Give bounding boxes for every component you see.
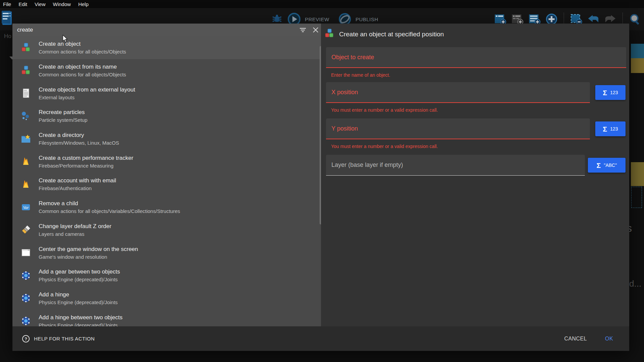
action-subtitle: Common actions for all objects/Variables… — [39, 208, 180, 214]
scene-selection-fragment — [631, 187, 642, 208]
physics-joint-icon — [21, 293, 31, 303]
expression-type-label: 123 — [610, 126, 618, 132]
publish-label[interactable]: PUBLISH — [356, 16, 378, 22]
action-title: Change layer default Z order — [39, 223, 111, 229]
field-layer-base-layer-if-empty[interactable]: Layer (base layer if empty) — [326, 155, 585, 176]
firebase-flame-icon — [21, 156, 31, 167]
action-title: Add a gear between two objects — [39, 268, 120, 275]
action-title: Create an object from its name — [39, 64, 126, 70]
action-title: Remove a child — [39, 200, 180, 207]
scene-text-fragment: d... — [629, 279, 641, 289]
action-title: Create account with with email — [39, 177, 116, 184]
action-list-panel: create Create an objectCommon actions fo… — [12, 24, 321, 326]
action-list-item[interactable]: Create an objectCommon actions for all o… — [12, 36, 321, 59]
menu-item-edit[interactable]: Edit — [18, 1, 27, 7]
particles-icon — [21, 111, 31, 121]
help-icon: ? — [22, 335, 30, 343]
folder-star-icon — [21, 134, 31, 144]
cancel-button[interactable]: CANCEL — [562, 335, 589, 342]
expression-builder-button[interactable]: Σ123 — [595, 85, 626, 100]
project-manager-icon[interactable] — [2, 11, 13, 26]
field-label: Y position — [331, 125, 358, 132]
action-subtitle: External layouts — [39, 95, 135, 100]
action-list-item[interactable]: Create an object from its nameCommon act… — [12, 59, 321, 82]
objects-cubes-icon — [21, 66, 31, 76]
action-title: Add a hinge — [39, 291, 118, 298]
field-object-to-create[interactable]: Object to create — [326, 47, 626, 68]
field-label: Layer (base layer if empty) — [331, 161, 403, 169]
action-title: Recreate particles — [39, 109, 87, 115]
menu-item-file[interactable]: File — [3, 1, 11, 7]
menu-bar: FileEditViewWindowHelp — [0, 0, 644, 8]
expression-builder-button[interactable]: Σ123 — [595, 121, 626, 136]
preview-label[interactable]: PREVIEW — [305, 16, 329, 22]
scene-object-fragment — [631, 44, 644, 58]
action-title: Center the game window on the screen — [39, 246, 138, 252]
menu-item-view[interactable]: View — [35, 1, 45, 7]
objects-cubes-icon — [324, 29, 334, 40]
action-list-item[interactable]: Add a hingePhysics Engine (deprecated)/J… — [12, 287, 321, 310]
expression-type-label: "ABC" — [604, 162, 617, 168]
action-subtitle: Firebase/Authentication — [39, 185, 116, 191]
home-tab-label[interactable]: Ho — [4, 33, 11, 40]
z-order-icon — [21, 225, 31, 235]
physics-joint-icon — [21, 270, 31, 281]
objects-cubes-icon — [21, 43, 31, 53]
field-x-position[interactable]: X position — [326, 82, 590, 103]
action-detail-panel: Create an object at specified position O… — [321, 24, 629, 326]
action-title: Add a hinge between two objects — [39, 314, 123, 321]
action-list-item[interactable]: Create a directoryFilesystem/Windows, Li… — [12, 128, 321, 150]
expression-builder-button[interactable]: Σ"ABC" — [588, 158, 626, 173]
app-window: FileEditViewWindowHelp — [0, 0, 644, 362]
action-subtitle: Physics Engine (deprecated)/Joints — [39, 277, 120, 282]
action-subtitle: Physics Engine (deprecated)/Joints — [39, 299, 118, 305]
action-list-item[interactable]: Recreate particlesParticle system/Setup — [12, 105, 321, 128]
svg-text:?: ? — [25, 336, 27, 341]
action-list-item[interactable]: Create objects from an external layoutEx… — [12, 82, 321, 105]
search-bar: create — [12, 24, 321, 36]
action-list-item[interactable]: Add a hinge between two objectsPhysics E… — [12, 310, 321, 326]
action-list-item[interactable]: Change layer default Z orderLayers and c… — [12, 219, 321, 242]
action-subtitle: Filesystem/Windows, Linux, MacOS — [39, 140, 119, 146]
action-list-item[interactable]: Create account with with emailFirebase/A… — [12, 173, 321, 196]
action-subtitle: Game's window and resolution — [39, 254, 138, 260]
action-list-item[interactable]: VarRemove a childCommon actions for all … — [12, 196, 321, 219]
field-label: Object to create — [331, 54, 374, 61]
menu-item-window[interactable]: Window — [53, 1, 71, 7]
sigma-icon: Σ — [603, 125, 607, 133]
field-helper-text: You must enter a number or a valid expre… — [331, 144, 438, 149]
action-subtitle: Particle system/Setup — [39, 117, 87, 123]
variable-icon: Var — [21, 202, 31, 212]
debug-icon[interactable] — [271, 13, 283, 25]
action-list-item[interactable]: Add a gear between two objectsPhysics En… — [12, 264, 321, 287]
help-button[interactable]: ? HELP FOR THIS ACTION — [22, 335, 95, 343]
field-y-position[interactable]: Y position — [326, 118, 590, 139]
scene-object-fragment — [631, 162, 644, 186]
menu-item-help[interactable]: Help — [78, 1, 89, 7]
game-window-icon — [21, 248, 31, 258]
firebase-flame-icon — [21, 179, 31, 189]
action-title: Create an object — [39, 41, 126, 47]
sigma-icon: Σ — [597, 162, 601, 169]
action-subtitle: Common actions for all objects/Objects — [39, 72, 126, 77]
instruction-editor-dialog: create Create an objectCommon actions fo… — [12, 24, 629, 351]
action-subtitle: Physics Engine (deprecated)/Joints — [39, 322, 123, 326]
search-icon[interactable] — [629, 13, 641, 26]
action-title: Create objects from an external layout — [39, 86, 135, 93]
svg-text:Var: Var — [23, 205, 29, 210]
dialog-footer: ? HELP FOR THIS ACTION CANCEL OK — [12, 326, 629, 351]
expression-type-label: 123 — [610, 90, 618, 95]
ok-button[interactable]: OK — [603, 335, 615, 342]
action-list-item[interactable]: Center the game window on the screenGame… — [12, 241, 321, 264]
field-helper-text: You must enter a number or a valid expre… — [331, 107, 438, 113]
sigma-icon: Σ — [603, 89, 607, 96]
physics-joint-icon — [21, 316, 31, 326]
help-label: HELP FOR THIS ACTION — [34, 336, 95, 341]
external-layout-icon — [21, 88, 31, 98]
scene-object-fragment — [631, 58, 644, 73]
close-icon[interactable] — [312, 27, 319, 33]
filter-icon[interactable] — [299, 27, 306, 33]
action-subtitle: Common actions for all objects/Objects — [39, 49, 126, 55]
action-list-item[interactable]: Create a custom performance trackerFireb… — [12, 150, 321, 173]
search-input[interactable]: create — [17, 27, 299, 33]
